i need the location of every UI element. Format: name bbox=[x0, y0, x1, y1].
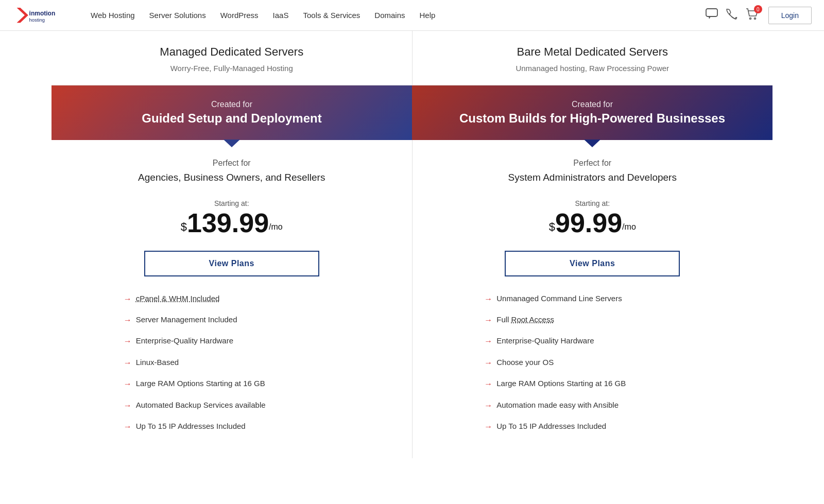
managed-perfect-desc: Agencies, Business Owners, and Resellers bbox=[76, 171, 387, 185]
managed-title-col: Managed Dedicated Servers Worry-Free, Fu… bbox=[52, 31, 413, 85]
bare-metal-subtitle: Unmanaged hosting, Raw Processing Power bbox=[425, 64, 761, 73]
svg-marker-4 bbox=[709, 16, 711, 19]
arrow-icon: → bbox=[484, 378, 492, 390]
nav-links: Web Hosting Server Solutions WordPress I… bbox=[91, 11, 697, 20]
svg-marker-0 bbox=[17, 8, 28, 23]
feature-text: Automated Backup Services available bbox=[136, 399, 266, 410]
chat-icon[interactable] bbox=[706, 8, 718, 22]
arrow-icon: → bbox=[484, 400, 492, 411]
bare-metal-banner: Created for Custom Builds for High-Power… bbox=[412, 85, 772, 140]
managed-price-dollar: $ bbox=[181, 218, 187, 236]
svg-point-6 bbox=[754, 18, 756, 20]
list-item: →Up To 15 IP Addresses Included bbox=[484, 421, 700, 432]
svg-point-5 bbox=[749, 18, 751, 20]
list-item: →Choose your OS bbox=[484, 357, 700, 369]
arrow-icon: → bbox=[484, 315, 492, 326]
feature-text: Enterprise-Quality Hardware bbox=[496, 335, 594, 346]
svg-text:hosting: hosting bbox=[29, 16, 45, 22]
feature-underlined-text: Root Access bbox=[511, 315, 554, 324]
list-item: →Automated Backup Services available bbox=[124, 399, 340, 411]
feature-text: Enterprise-Quality Hardware bbox=[136, 335, 233, 346]
nav-wordpress[interactable]: WordPress bbox=[220, 11, 259, 20]
list-item: →Automation made easy with Ansible bbox=[484, 399, 700, 411]
plans-row: Perfect for Agencies, Business Owners, a… bbox=[52, 140, 772, 458]
managed-subtitle: Worry-Free, Fully-Managed Hosting bbox=[64, 64, 400, 73]
feature-text: Choose your OS bbox=[496, 357, 554, 368]
feature-text: cPanel & WHM Included bbox=[136, 293, 220, 304]
managed-price-amount: 139.99 bbox=[187, 210, 269, 236]
managed-banner-sub: Created for bbox=[64, 100, 400, 109]
nav-icons: 0 bbox=[706, 8, 758, 22]
bare-metal-features-list: →Unmanaged Command Line Servers →Full Ro… bbox=[484, 293, 700, 433]
bare-metal-banner-title: Custom Builds for High-Powered Businesse… bbox=[424, 111, 760, 126]
feature-text: Linux-Based bbox=[136, 357, 179, 368]
feature-text: Server Management Included bbox=[136, 314, 237, 325]
bare-metal-main-title: Bare Metal Dedicated Servers bbox=[425, 45, 761, 59]
list-item: →Linux-Based bbox=[124, 357, 340, 369]
managed-price-row: $ 139.99 /mo bbox=[76, 210, 387, 236]
bare-metal-perfect-label: Perfect for bbox=[437, 159, 748, 168]
managed-features-list: →cPanel & WHM Included →Server Managemen… bbox=[124, 293, 340, 433]
managed-view-plans-button[interactable]: View Plans bbox=[144, 251, 319, 276]
feature-text: Up To 15 IP Addresses Included bbox=[136, 421, 246, 431]
list-item: →Full Root Access bbox=[484, 314, 700, 326]
arrow-icon: → bbox=[124, 315, 132, 326]
arrow-icon: → bbox=[484, 336, 492, 347]
cart-count: 0 bbox=[754, 5, 762, 13]
list-item: →Large RAM Options Starting at 16 GB bbox=[484, 378, 700, 390]
login-button[interactable]: Login bbox=[768, 7, 812, 24]
banner-row: Created for Guided Setup and Deployment … bbox=[52, 85, 772, 140]
managed-starting-at: Starting at: bbox=[76, 199, 387, 207]
navbar: inmotion hosting Web Hosting Server Solu… bbox=[0, 0, 824, 31]
svg-rect-3 bbox=[706, 9, 717, 16]
logo[interactable]: inmotion hosting bbox=[12, 5, 74, 26]
nav-help[interactable]: Help bbox=[420, 11, 436, 20]
arrow-icon: → bbox=[124, 421, 132, 432]
product-titles: Managed Dedicated Servers Worry-Free, Fu… bbox=[52, 31, 772, 85]
list-item: →Large RAM Options Starting at 16 GB bbox=[124, 378, 340, 390]
arrow-icon: → bbox=[484, 421, 492, 432]
managed-main-title: Managed Dedicated Servers bbox=[64, 45, 400, 59]
managed-banner-title: Guided Setup and Deployment bbox=[64, 111, 400, 126]
nav-web-hosting[interactable]: Web Hosting bbox=[91, 11, 135, 20]
nav-server-solutions[interactable]: Server Solutions bbox=[149, 11, 206, 20]
arrow-icon: → bbox=[484, 293, 492, 305]
logo-image: inmotion hosting bbox=[12, 5, 74, 26]
arrow-icon: → bbox=[124, 378, 132, 390]
arrow-icon: → bbox=[484, 357, 492, 369]
bare-metal-title-col: Bare Metal Dedicated Servers Unmanaged h… bbox=[413, 31, 773, 85]
list-item: →Up To 15 IP Addresses Included bbox=[124, 421, 340, 432]
arrow-icon: → bbox=[124, 336, 132, 347]
bare-metal-perfect-desc: System Administrators and Developers bbox=[437, 171, 748, 185]
list-item: →Enterprise-Quality Hardware bbox=[484, 335, 700, 347]
bare-metal-price-dollar: $ bbox=[549, 218, 555, 236]
list-item: →Server Management Included bbox=[124, 314, 340, 326]
nav-iaas[interactable]: IaaS bbox=[273, 11, 289, 20]
managed-banner: Created for Guided Setup and Deployment bbox=[52, 85, 412, 140]
phone-icon[interactable] bbox=[726, 8, 737, 22]
bare-metal-view-plans-button[interactable]: View Plans bbox=[505, 251, 680, 276]
list-item: →Enterprise-Quality Hardware bbox=[124, 335, 340, 347]
bare-metal-starting-at: Starting at: bbox=[437, 199, 748, 207]
feature-text: Large RAM Options Starting at 16 GB bbox=[136, 378, 265, 389]
arrow-icon: → bbox=[124, 400, 132, 411]
feature-text: Large RAM Options Starting at 16 GB bbox=[496, 378, 626, 389]
bare-metal-plan-col: Perfect for System Administrators and De… bbox=[413, 140, 773, 458]
page-content: Managed Dedicated Servers Worry-Free, Fu… bbox=[52, 31, 772, 458]
nav-domains[interactable]: Domains bbox=[374, 11, 405, 20]
arrow-icon: → bbox=[124, 357, 132, 369]
feature-text: Unmanaged Command Line Servers bbox=[496, 293, 622, 304]
bare-metal-price-per-mo: /mo bbox=[622, 218, 636, 236]
nav-tools-services[interactable]: Tools & Services bbox=[303, 11, 360, 20]
cart-icon[interactable]: 0 bbox=[746, 8, 758, 22]
bare-metal-price-amount: 99.99 bbox=[555, 210, 622, 236]
feature-text: Up To 15 IP Addresses Included bbox=[496, 421, 606, 431]
bare-metal-price-row: $ 99.99 /mo bbox=[437, 210, 748, 236]
managed-price-per-mo: /mo bbox=[269, 218, 283, 236]
managed-plan-col: Perfect for Agencies, Business Owners, a… bbox=[52, 140, 413, 458]
list-item: →Unmanaged Command Line Servers bbox=[484, 293, 700, 305]
bare-metal-banner-sub: Created for bbox=[424, 100, 760, 109]
feature-text: Full Root Access bbox=[496, 314, 554, 325]
svg-text:inmotion: inmotion bbox=[29, 9, 56, 16]
list-item: →cPanel & WHM Included bbox=[124, 293, 340, 305]
